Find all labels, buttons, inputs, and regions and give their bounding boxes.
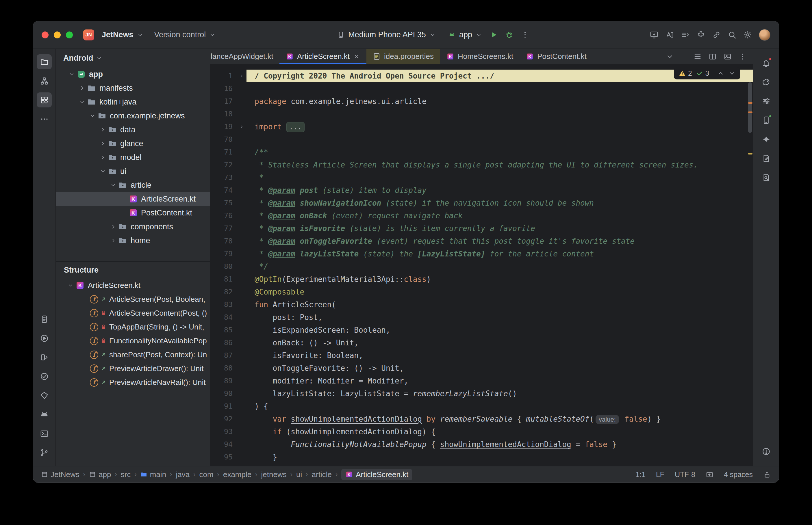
code-text[interactable]: post: Post, (247, 311, 753, 324)
hierarchy-tool-button[interactable] (37, 73, 52, 88)
code-text[interactable]: onBack: () -> Unit, (247, 336, 753, 349)
app-inspection-button[interactable] (37, 388, 52, 403)
chevron-down-icon[interactable] (108, 182, 118, 188)
indent-widget[interactable]: 4 spaces (724, 470, 753, 479)
line-number[interactable]: 71 (210, 146, 237, 159)
breadcrumb-item-articlescreen-kt[interactable]: KArticleScreen.kt (341, 469, 412, 480)
close-tab-icon[interactable] (353, 53, 360, 60)
line-number[interactable]: 83 (210, 298, 237, 311)
tree-item-kotlin-java[interactable]: kotlin+java (56, 95, 210, 109)
indent-icon[interactable] (706, 471, 713, 479)
chevron-down-icon[interactable] (67, 71, 77, 77)
line-number[interactable]: 86 (210, 336, 237, 349)
encoding-widget[interactable]: UTF-8 (675, 470, 695, 479)
line-number[interactable]: 95 (210, 451, 237, 464)
tab-articlescreen-kt[interactable]: KArticleScreen.kt (279, 49, 366, 64)
run-button[interactable] (487, 28, 501, 42)
code-text[interactable]: * @param onBack (event) request navigate… (247, 209, 753, 222)
code-text[interactable]: */ (247, 260, 753, 273)
split-editor-button[interactable] (706, 50, 719, 63)
structure-item-sharepost[interactable]: fsharePost(Post, Context): Un (56, 348, 210, 362)
structure-root-articlescreen-kt[interactable]: KArticleScreen.kt (56, 279, 210, 292)
breadcrumb-item-java[interactable]: java (176, 470, 190, 479)
line-number[interactable]: 73 (210, 171, 237, 184)
line-number[interactable]: 92 (210, 412, 237, 425)
breadcrumb-item-jetnews[interactable]: JetNews (41, 470, 79, 479)
code-line-72[interactable]: 72 * Stateless Article Screen that displ… (210, 159, 753, 171)
caret-position-widget[interactable]: 1:1 (635, 470, 646, 479)
line-number[interactable]: 17 (210, 95, 237, 108)
chevron-down-icon[interactable] (77, 99, 87, 105)
inspection-widget[interactable]: 2 3 (674, 67, 740, 79)
device-selector[interactable]: Medium Phone API 35 (333, 27, 440, 43)
vcs-widget[interactable]: Version control (150, 27, 220, 43)
link-button[interactable] (710, 28, 723, 42)
line-number[interactable]: 82 (210, 286, 237, 298)
tree-item-articlescreen-kt[interactable]: KArticleScreen.kt (56, 192, 210, 206)
gradle-button[interactable] (759, 75, 774, 90)
project-widget[interactable]: JetNews (98, 27, 147, 43)
project-view-selector[interactable]: Android (56, 49, 210, 67)
line-number[interactable]: 1 (210, 70, 237, 82)
running-devices-button[interactable] (37, 350, 52, 365)
warning-stripe-mark[interactable] (748, 111, 752, 113)
minimize-window-button[interactable] (54, 31, 61, 39)
code-text[interactable]: import ... (247, 120, 753, 133)
line-number[interactable]: 85 (210, 324, 237, 336)
code-line-93[interactable]: 93 if (showUnimplementedActionDialog) { (210, 425, 753, 438)
tab-lanceappwidget-kt[interactable]: lanceAppWidget.kt (210, 49, 279, 64)
line-number[interactable]: 93 (210, 425, 237, 438)
breadcrumb-item-com[interactable]: com (199, 470, 213, 479)
chevron-right-icon[interactable] (108, 224, 118, 230)
code-line-81[interactable]: 81@OptIn(ExperimentalMaterial3Api::class… (210, 273, 753, 286)
tree-item-components[interactable]: components (56, 220, 210, 234)
code-line-91[interactable]: 91) { (210, 400, 753, 412)
code-line-88[interactable]: 88 onToggleFavorite: () -> Unit, (210, 362, 753, 375)
structure-item-articlescreencontent[interactable]: fArticleScreenContent(Post, () (56, 306, 210, 320)
code-line-19[interactable]: 19import ... (210, 120, 753, 133)
tab-homescreens-kt[interactable]: KHomeScreens.kt (440, 49, 520, 64)
chevron-down-icon[interactable] (65, 282, 75, 288)
unlocked-padlock-icon[interactable] (763, 471, 771, 479)
breadcrumb-item-main[interactable]: main (141, 470, 166, 479)
scrollbar-thumb[interactable] (748, 82, 752, 133)
code-text[interactable] (247, 82, 753, 95)
file-list-button[interactable] (691, 50, 704, 63)
code-editor[interactable]: 1/ Copyright 2020 The Android Open Sourc… (210, 64, 753, 466)
resource-manager-tool-button[interactable] (37, 92, 52, 107)
chevron-right-icon[interactable] (98, 126, 108, 133)
hidden-tabs-button[interactable] (663, 50, 676, 63)
structure-item-previewarticledrawer[interactable]: fPreviewArticleDrawer(): Unit (56, 362, 210, 375)
editor-options-button[interactable] (736, 50, 749, 63)
code-line-90[interactable]: 90 lazyListState: LazyListState = rememb… (210, 387, 753, 400)
code-line-79[interactable]: 79 * @param lazyListState (state) the [L… (210, 247, 753, 260)
code-line-75[interactable]: 75 * @param showNavigationIcon (state) i… (210, 197, 753, 209)
plugin-button[interactable] (694, 28, 707, 42)
code-text[interactable]: * Stateless Article Screen that displays… (247, 159, 753, 171)
run-tool-button[interactable] (37, 331, 52, 346)
tree-item-home[interactable]: home (56, 234, 210, 247)
code-text[interactable] (247, 108, 753, 120)
line-number[interactable]: 78 (210, 235, 237, 247)
document-edit-button[interactable] (759, 151, 774, 166)
chevron-down-icon[interactable] (98, 168, 108, 175)
line-number[interactable]: 75 (210, 197, 237, 209)
code-text[interactable]: package com.example.jetnews.ui.article (247, 95, 753, 108)
logcat-button[interactable] (37, 407, 52, 422)
code-line-95[interactable]: 95 } (210, 451, 753, 464)
breadcrumb-item-article[interactable]: article (312, 470, 332, 479)
tree-item-postcontent-kt[interactable]: KPostContent.kt (56, 206, 210, 220)
breadcrumb-item-jetnews[interactable]: jetnews (261, 470, 287, 479)
more-tool-windows-button[interactable] (37, 111, 52, 126)
build-variants-button[interactable] (759, 93, 774, 109)
tree-item-com-example-jetnews[interactable]: com.example.jetnews (56, 109, 210, 123)
line-number[interactable]: 94 (210, 438, 237, 451)
structure-item-articlescreen[interactable]: fArticleScreen(Post, Boolean, (56, 292, 210, 306)
structure-item-previewarticlenavrail[interactable]: fPreviewArticleNavRail(): Unit (56, 375, 210, 389)
line-number[interactable]: 81 (210, 273, 237, 286)
tree-item-article[interactable]: article (56, 178, 210, 192)
terminal-button[interactable] (37, 426, 52, 441)
code-text[interactable]: lazyListState: LazyListState = rememberL… (247, 387, 753, 400)
line-number[interactable]: 77 (210, 222, 237, 235)
problems-button[interactable] (759, 444, 774, 459)
